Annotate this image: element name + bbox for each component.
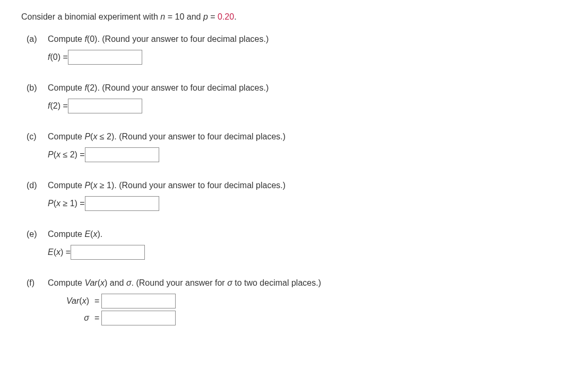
part-b-input[interactable]	[68, 99, 142, 113]
part-b: (b) Compute f(2). (Round your answer to …	[21, 82, 567, 116]
part-f-label: (f)	[21, 277, 48, 328]
part-f: (f) Compute Var(x) and σ. (Round your an…	[21, 277, 567, 328]
part-d-label: (d)	[21, 179, 48, 213]
part-a: (a) Compute f(0). (Round your answer to …	[21, 33, 567, 67]
part-e: (e) Compute E(x). E(x) =	[21, 228, 567, 262]
intro-text: Consider a binomial experiment with	[21, 12, 160, 21]
part-a-input[interactable]	[68, 50, 142, 65]
n-value: = 10 and	[165, 12, 203, 21]
part-c-answer-label: P(x ≤ 2) =	[48, 148, 85, 161]
part-e-input[interactable]	[71, 245, 145, 260]
part-d: (d) Compute P(x ≥ 1). (Round your answer…	[21, 179, 567, 213]
part-a-instruction: Compute f(0). (Round your answer to four…	[48, 33, 567, 46]
part-b-answer-label: f(2) =	[48, 100, 68, 112]
part-c-input[interactable]	[85, 147, 159, 162]
part-f-varx-label: Var(x)	[48, 295, 92, 307]
var-n: n	[160, 12, 165, 21]
part-f-instruction: Compute Var(x) and σ. (Round your answer…	[48, 277, 567, 289]
part-e-answer-label: E(x) =	[48, 246, 71, 259]
part-c: (c) Compute P(x ≤ 2). (Round your answer…	[21, 130, 567, 164]
p-value: 0.20	[218, 12, 234, 21]
problem-intro: Consider a binomial experiment with n = …	[21, 11, 567, 23]
part-f-sigma-label: σ	[48, 312, 92, 324]
part-e-instruction: Compute E(x).	[48, 228, 567, 241]
part-d-input[interactable]	[85, 196, 159, 211]
part-d-instruction: Compute P(x ≥ 1). (Round your answer to …	[48, 179, 567, 192]
part-c-label: (c)	[21, 130, 48, 164]
part-a-answer-label: f(0) =	[48, 51, 68, 64]
p-eq: =	[208, 12, 218, 21]
part-f-varx-input[interactable]	[101, 294, 176, 308]
part-d-answer-label: P(x ≥ 1) =	[48, 197, 85, 210]
intro-suffix: .	[234, 12, 236, 21]
var-p: p	[203, 12, 208, 21]
part-f-sigma-input[interactable]	[101, 311, 176, 325]
part-c-instruction: Compute P(x ≤ 2). (Round your answer to …	[48, 130, 567, 143]
part-b-label: (b)	[21, 82, 48, 116]
part-b-instruction: Compute f(2). (Round your answer to four…	[48, 82, 567, 94]
part-a-label: (a)	[21, 33, 48, 67]
part-e-label: (e)	[21, 228, 48, 262]
